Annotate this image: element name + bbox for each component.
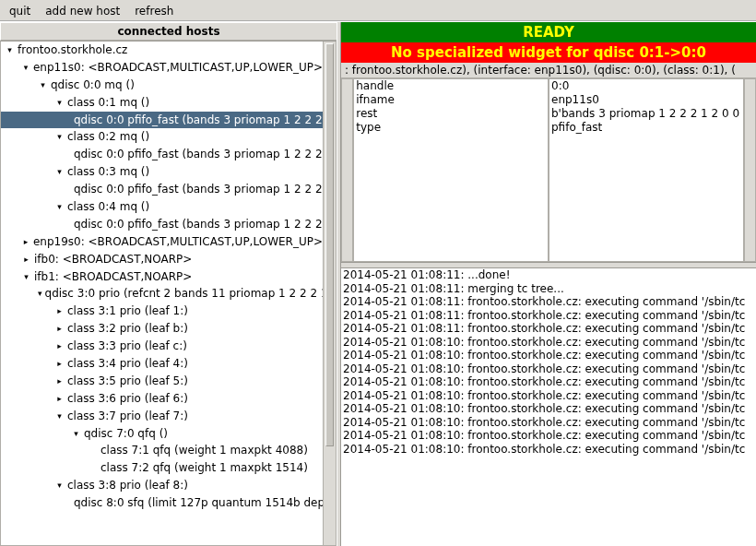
tree-row[interactable]: ▾qdisc 3:0 prio (refcnt 2 bands 11 priom…	[1, 285, 323, 303]
tree-item-label: qdisc 0:0 mq ()	[51, 77, 135, 94]
tree-item-label: class 0:1 mq ()	[67, 94, 149, 112]
tree-row[interactable]: qdisc 0:0 pfifo_fast (bands 3 priomap 1 …	[1, 112, 323, 129]
hosts-tree-pane: connected hosts ▾frontoo.storkhole.cz▾en…	[0, 22, 337, 546]
tree-item-label: class 3:2 prio (leaf b:)	[67, 320, 188, 338]
tree-row[interactable]: ▾enp11s0: <BROADCAST,MULTICAST,UP,LOWER_…	[1, 59, 323, 77]
menu-add-new-host[interactable]: add new host	[40, 3, 129, 19]
log-line: 2014-05-21 01:08:11: frontoo.storkhole.c…	[343, 322, 754, 336]
tree-row[interactable]: ▾class 0:1 mq ()	[1, 94, 323, 112]
expander-closed-icon[interactable]: ▸	[54, 341, 65, 351]
menu-quit[interactable]: quit	[4, 3, 40, 19]
tree-row[interactable]: ▸class 3:4 prio (leaf 4:)	[1, 355, 323, 373]
expander-closed-icon[interactable]: ▸	[54, 359, 65, 369]
expander-open-icon[interactable]: ▾	[54, 132, 65, 142]
tree-item-label: class 7:1 qfq (weight 1 maxpkt 4088)	[100, 442, 308, 459]
expander-closed-icon[interactable]: ▸	[54, 324, 65, 334]
expander-closed-icon[interactable]: ▸	[21, 237, 30, 247]
tree-item-label: qdisc 0:0 pfifo_fast (bands 3 priomap 1 …	[74, 112, 323, 129]
log-line: 2014-05-21 01:08:10: frontoo.storkhole.c…	[343, 349, 754, 362]
tree-row[interactable]: ▸class 3:5 prio (leaf 5:)	[1, 373, 323, 390]
tree-row[interactable]: ▸class 3:3 prio (leaf c:)	[1, 338, 323, 355]
expander-closed-icon[interactable]: ▸	[21, 255, 31, 265]
expander-open-icon[interactable]: ▾	[21, 272, 31, 282]
tree-row[interactable]: ▾class 3:8 prio (leaf 8:)	[1, 477, 323, 494]
tree-item-label: ifb1: <BROADCAST,NOARP>	[34, 268, 192, 286]
tree-row[interactable]: qdisc 0:0 pfifo_fast (bands 3 priomap 1 …	[1, 216, 323, 233]
log-line: 2014-05-21 01:08:10: frontoo.storkhole.c…	[343, 402, 754, 416]
tree-row[interactable]: ▾qdisc 0:0 mq ()	[1, 77, 323, 94]
tree-item-label: class 3:3 prio (leaf c:)	[67, 338, 187, 355]
property-key: type	[356, 121, 546, 135]
menubar: quit add new host refresh	[0, 0, 756, 22]
property-value: enp11s0	[551, 93, 741, 107]
tree-row[interactable]: ▾class 3:7 prio (leaf 7:)	[1, 408, 323, 425]
expander-closed-icon[interactable]: ▸	[54, 306, 65, 316]
property-key: ifname	[356, 93, 546, 107]
log-line: 2014-05-21 01:08:10: frontoo.storkhole.c…	[343, 416, 754, 430]
tree-item-label: enp19s0: <BROADCAST,MULTICAST,UP,LOWER_U…	[33, 233, 323, 251]
tree-item-label: frontoo.storkhole.cz	[18, 42, 127, 59]
tree-row[interactable]: ▾ifb1: <BROADCAST,NOARP>	[1, 268, 323, 286]
tree-row[interactable]: ▾frontoo.storkhole.cz	[1, 42, 323, 59]
log-output[interactable]: 2014-05-21 01:08:11: ...done!2014-05-21 …	[341, 267, 756, 546]
tree-row[interactable]: ▸class 3:2 prio (leaf b:)	[1, 320, 323, 338]
expander-closed-icon[interactable]: ▸	[54, 394, 65, 404]
tree-item-label: class 7:2 qfq (weight 1 maxpkt 1514)	[100, 459, 308, 477]
hosts-tree[interactable]: ▾frontoo.storkhole.cz▾enp11s0: <BROADCAS…	[1, 42, 323, 512]
expander-open-icon[interactable]: ▾	[38, 80, 48, 90]
props-scrollbar-right[interactable]	[744, 78, 756, 262]
tree-row[interactable]: qdisc 0:0 pfifo_fast (bands 3 priomap 1 …	[1, 146, 323, 163]
log-line: 2014-05-21 01:08:10: frontoo.storkhole.c…	[343, 336, 754, 350]
properties-values-list[interactable]: 0:0enp11s0b'bands 3 priomap 1 2 2 2 1 2 …	[549, 78, 744, 262]
log-line: 2014-05-21 01:08:11: frontoo.storkhole.c…	[343, 309, 754, 323]
expander-open-icon[interactable]: ▾	[54, 167, 65, 177]
expander-closed-icon[interactable]: ▸	[54, 376, 65, 386]
property-key: handle	[356, 79, 546, 93]
tree-row[interactable]: ▸ifb0: <BROADCAST,NOARP>	[1, 251, 323, 268]
tree-item-label: class 3:1 prio (leaf 1:)	[67, 303, 188, 320]
property-key: rest	[356, 107, 546, 121]
tree-row[interactable]: qdisc 0:0 pfifo_fast (bands 3 priomap 1 …	[1, 181, 323, 198]
properties-panel: handleifnameresttype 0:0enp11s0b'bands 3…	[341, 78, 756, 263]
tree-item-label: qdisc 7:0 qfq ()	[84, 425, 168, 443]
log-line: 2014-05-21 01:08:11: merging tc tree...	[343, 282, 754, 296]
menu-refresh[interactable]: refresh	[129, 3, 183, 19]
tree-row[interactable]: ▸class 3:6 prio (leaf 6:)	[1, 390, 323, 408]
expander-open-icon[interactable]: ▾	[71, 429, 81, 439]
log-line: 2014-05-21 01:08:10: frontoo.storkhole.c…	[343, 362, 754, 376]
detail-breadcrumb: : frontoo.storkhole.cz), (interface: enp…	[341, 63, 756, 78]
tree-row[interactable]: ▸class 3:1 prio (leaf 1:)	[1, 303, 323, 320]
property-value: 0:0	[551, 79, 741, 93]
tree-row[interactable]: ▸enp19s0: <BROADCAST,MULTICAST,UP,LOWER_…	[1, 233, 323, 251]
expander-open-icon[interactable]: ▾	[54, 481, 65, 491]
tree-item-label: qdisc 0:0 pfifo_fast (bands 3 priomap 1 …	[74, 181, 323, 198]
props-scrollbar-left[interactable]	[341, 78, 353, 262]
expander-open-icon[interactable]: ▾	[54, 202, 65, 212]
expander-open-icon[interactable]: ▾	[5, 45, 15, 55]
tree-item-label: enp11s0: <BROADCAST,MULTICAST,UP,LOWER_U…	[33, 59, 323, 77]
expander-open-icon[interactable]: ▾	[54, 98, 65, 108]
property-value: pfifo_fast	[551, 121, 741, 135]
tree-row[interactable]: ▾class 0:2 mq ()	[1, 128, 323, 146]
log-line: 2014-05-21 01:08:10: frontoo.storkhole.c…	[343, 375, 754, 389]
tree-row[interactable]: class 7:1 qfq (weight 1 maxpkt 4088)	[1, 442, 323, 459]
log-line: 2014-05-21 01:08:11: frontoo.storkhole.c…	[343, 295, 754, 309]
tree-item-label: class 0:4 mq ()	[67, 198, 149, 216]
tree-row[interactable]: ▾qdisc 7:0 qfq ()	[1, 425, 323, 443]
tree-item-label: class 3:5 prio (leaf 5:)	[67, 373, 188, 390]
expander-open-icon[interactable]: ▾	[54, 411, 65, 421]
tree-row[interactable]: ▾class 0:4 mq ()	[1, 198, 323, 216]
tree-row[interactable]: class 7:2 qfq (weight 1 maxpkt 1514)	[1, 459, 323, 477]
tree-scrollbar[interactable]	[323, 42, 336, 545]
tree-item-label: ifb0: <BROADCAST,NOARP>	[34, 251, 192, 268]
tree-item-label: class 3:7 prio (leaf 7:)	[67, 408, 188, 425]
tree-row[interactable]: qdisc 8:0 sfq (limit 127p quantum 1514b …	[1, 494, 323, 512]
expander-open-icon[interactable]: ▾	[21, 63, 30, 73]
properties-keys-list[interactable]: handleifnameresttype	[353, 78, 549, 262]
status-warning-banner: No specialized widget for qdisc 0:1->0:0	[341, 42, 756, 63]
tree-item-label: class 3:4 prio (leaf 4:)	[67, 355, 188, 373]
status-ready-banner: READY	[341, 22, 756, 42]
expander-open-icon[interactable]: ▾	[38, 289, 42, 299]
tree-item-label: qdisc 3:0 prio (refcnt 2 bands 11 prioma…	[45, 285, 323, 303]
tree-row[interactable]: ▾class 0:3 mq ()	[1, 163, 323, 181]
